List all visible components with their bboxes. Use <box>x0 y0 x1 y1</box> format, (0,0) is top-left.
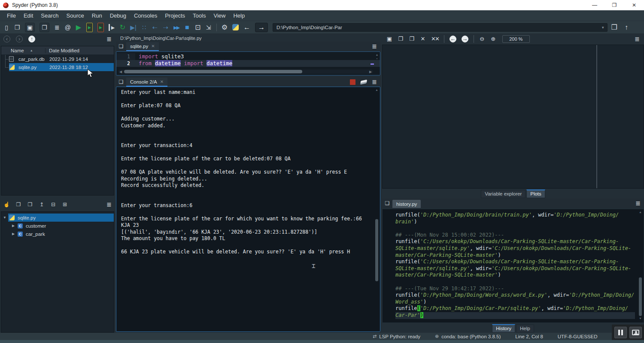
menu-item[interactable]: Search <box>37 12 62 20</box>
scrollbar-thumb[interactable] <box>124 70 302 73</box>
scrollbar-thumb[interactable] <box>375 219 378 281</box>
car_park.db[interactable]: car_park.db 2022-11-29 14:14 <box>1 55 114 63</box>
restore-button[interactable]: ❐ <box>605 0 624 10</box>
scroll-up-icon[interactable]: ▲ <box>639 211 642 215</box>
minimize-button[interactable]: — <box>585 0 605 10</box>
find-symbols-icon[interactable]: @ <box>65 24 71 31</box>
run-icon[interactable]: ▶ <box>76 24 82 31</box>
step-into-icon[interactable]: ∷ <box>141 24 147 31</box>
save-plot-icon[interactable]: ▣ <box>386 36 392 42</box>
expander-icon[interactable]: ▶ <box>10 232 17 236</box>
pause-button[interactable] <box>614 327 627 338</box>
vertical-scrollbar[interactable]: ▲ ▼ <box>638 211 642 321</box>
menu-item[interactable]: Debug <box>106 12 130 20</box>
menu-item[interactable]: Tools <box>189 12 209 20</box>
clear-console-icon[interactable] <box>360 79 367 84</box>
interrupt-kernel-icon[interactable] <box>350 79 355 85</box>
save-all-plots-icon[interactable]: ❐ <box>398 36 404 42</box>
column-header-name[interactable]: Name ▲ <box>1 48 45 53</box>
menu-item[interactable]: File <box>3 12 19 20</box>
menu-item[interactable]: Help <box>230 12 248 20</box>
tab-variable-explorer[interactable]: Variable explorer <box>481 190 526 198</box>
tab-history-py[interactable]: history.py <box>392 200 421 208</box>
maximize-pane-icon[interactable]: ⊡ <box>195 24 201 31</box>
scrollbar-thumb[interactable] <box>639 277 642 316</box>
previous-plot-icon[interactable]: ← <box>450 36 456 42</box>
open-file-icon[interactable]: ❒ <box>14 24 20 31</box>
browse-tabs-icon[interactable]: ❏ <box>116 43 126 49</box>
options-menu-icon[interactable]: ≣ <box>372 43 377 50</box>
chevron-down-icon[interactable]: ▾ <box>602 25 604 30</box>
menu-item[interactable]: Edit <box>20 12 36 20</box>
back-icon[interactable]: ‹ <box>3 36 10 42</box>
tab-history[interactable]: History <box>492 324 515 333</box>
separator[interactable] <box>474 35 474 43</box>
copy-all-icon[interactable]: ❐ <box>27 201 33 208</box>
options-menu-icon[interactable]: ≣ <box>635 200 641 207</box>
zoom-out-icon[interactable]: ⊖ <box>479 36 485 42</box>
fullscreen-icon[interactable]: ⇲ <box>206 24 212 31</box>
close-button[interactable]: ✕ <box>624 0 644 10</box>
horizontal-scrollbar[interactable]: ◀ ▶ <box>118 69 373 74</box>
sqlite.py[interactable]: sqlite.py 2022-11-28 18:12 <box>1 63 114 71</box>
menu-item[interactable]: Consoles <box>131 12 161 20</box>
separator[interactable] <box>444 35 444 43</box>
open-dir-icon[interactable]: ❒ <box>611 24 617 31</box>
vertical-scrollbar[interactable]: ▲ <box>375 88 379 330</box>
outline-item[interactable]: ▼ sqlite.py <box>1 214 114 222</box>
tab-console-2a[interactable]: Console 2/A ✕ <box>126 78 167 87</box>
forward-icon[interactable]: › <box>16 36 23 42</box>
expander-icon[interactable]: ▼ <box>1 216 8 220</box>
working-directory-input[interactable] <box>273 23 608 32</box>
browse-tabs-icon[interactable]: ❏ <box>382 200 392 206</box>
options-menu-icon[interactable]: ≣ <box>635 36 640 42</box>
run-selection-icon[interactable]: ▶ <box>109 24 115 31</box>
scroll-down-icon[interactable]: ▼ <box>639 317 642 321</box>
zoom-level-field[interactable]: 200 % <box>502 35 530 43</box>
console-output[interactable]: Enter your last name:maniEnter plate:07 … <box>116 87 380 332</box>
step-return-icon[interactable]: ⇢ <box>163 24 169 31</box>
remove-plot-icon[interactable]: ✕ <box>420 36 426 42</box>
stop-icon[interactable]: ■ <box>184 24 190 31</box>
continue-icon[interactable]: ▶▶ <box>173 24 179 31</box>
copy-plot-icon[interactable]: ❐ <box>409 36 415 42</box>
parent-dir-icon[interactable]: ↑ <box>623 24 629 31</box>
debug-step-icon[interactable]: ▶| <box>130 24 136 31</box>
goto-cursor-icon[interactable]: ↥ <box>39 201 45 208</box>
webcam-button[interactable] <box>629 327 642 338</box>
menu-item[interactable]: View <box>210 12 229 20</box>
history-log[interactable]: runfile('D:/Python_Imp/Doing/brain/train… <box>382 209 644 323</box>
expander-icon[interactable]: ▶ <box>10 224 17 228</box>
outline-item[interactable]: ▶ customer <box>1 222 114 230</box>
tab-help[interactable]: Help <box>516 325 534 333</box>
expand-all-icon[interactable]: ⊞ <box>62 201 68 208</box>
collapse-all-icon[interactable]: ⊟ <box>50 201 56 208</box>
menu-item[interactable]: Source <box>63 12 88 20</box>
tab-plots[interactable]: Plots <box>526 190 545 198</box>
file-switcher-icon[interactable]: ≣ <box>54 24 60 31</box>
scroll-up-icon[interactable]: ▲ <box>375 88 378 93</box>
tab-sqlite-py[interactable]: sqlite.py ✕ <box>126 42 159 51</box>
forward-icon[interactable]: → <box>255 23 268 32</box>
outline-item[interactable]: ▶ car_park <box>1 230 114 238</box>
options-menu-icon[interactable]: ≣ <box>106 201 112 208</box>
run-cell-icon[interactable]: ▶ <box>86 23 93 32</box>
step-over-icon[interactable]: ⇠ <box>152 24 158 31</box>
menu-item[interactable]: Projects <box>161 12 188 20</box>
run-cell-advance-icon[interactable]: ▶ <box>97 23 104 32</box>
save-icon[interactable]: ▣ <box>25 23 35 32</box>
scroll-left-icon[interactable]: ◀ <box>118 70 123 74</box>
code-editor[interactable]: 1 import sqlite3 2 from datetime import … <box>116 51 380 75</box>
next-plot-icon[interactable]: → <box>462 36 468 42</box>
copy-icon[interactable]: ❐ <box>15 201 21 208</box>
options-menu-icon[interactable]: ≣ <box>106 36 112 42</box>
menu-item[interactable]: Run <box>88 12 106 20</box>
close-icon[interactable]: ✕ <box>160 79 164 84</box>
close-icon[interactable]: ✕ <box>151 44 155 48</box>
options-menu-icon[interactable]: ≣ <box>372 78 377 85</box>
scroll-right-icon[interactable]: ▶ <box>368 70 373 74</box>
rerun-cell-icon[interactable]: ↻ <box>119 24 125 31</box>
new-file-icon[interactable]: ▯ <box>3 24 9 31</box>
follow-cursor-icon[interactable]: ☝ <box>3 201 10 208</box>
remove-all-plots-icon[interactable]: ✕✕ <box>431 36 439 42</box>
